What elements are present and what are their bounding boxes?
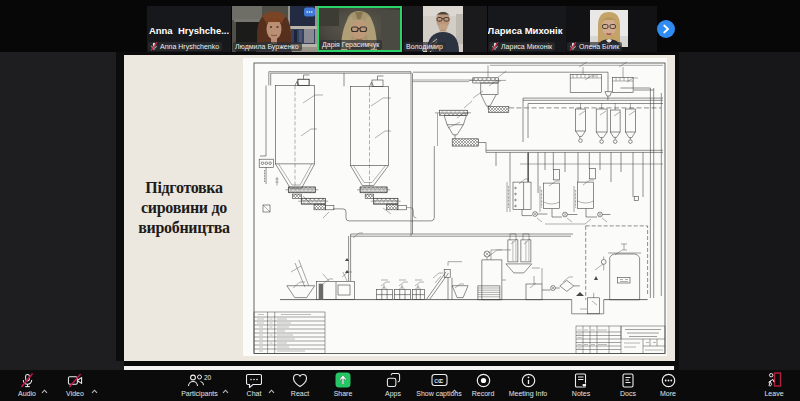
svg-text:20: 20 bbox=[204, 374, 212, 381]
svg-text:c: c bbox=[439, 376, 443, 385]
